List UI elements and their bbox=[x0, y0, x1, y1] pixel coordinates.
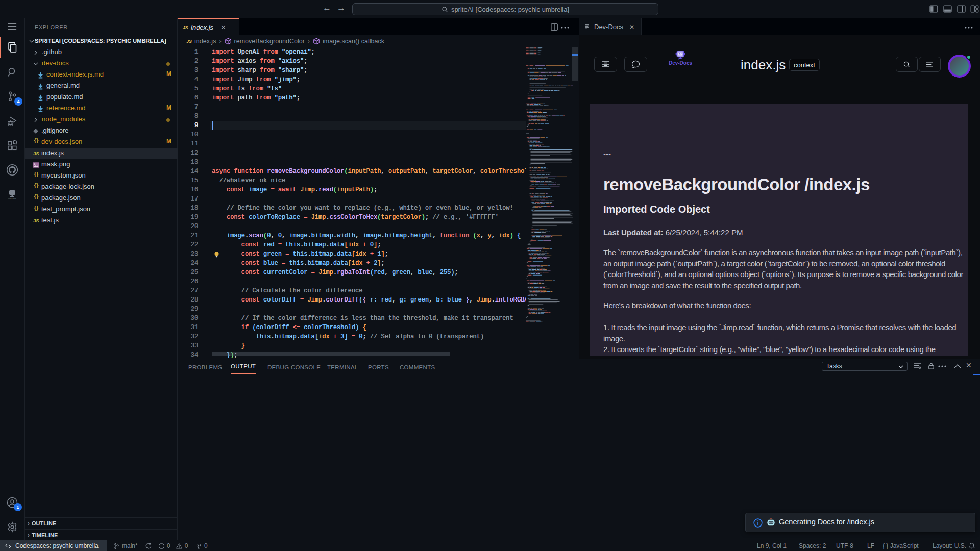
svg-text:Dev-Docs: Dev-Docs bbox=[8, 198, 16, 200]
